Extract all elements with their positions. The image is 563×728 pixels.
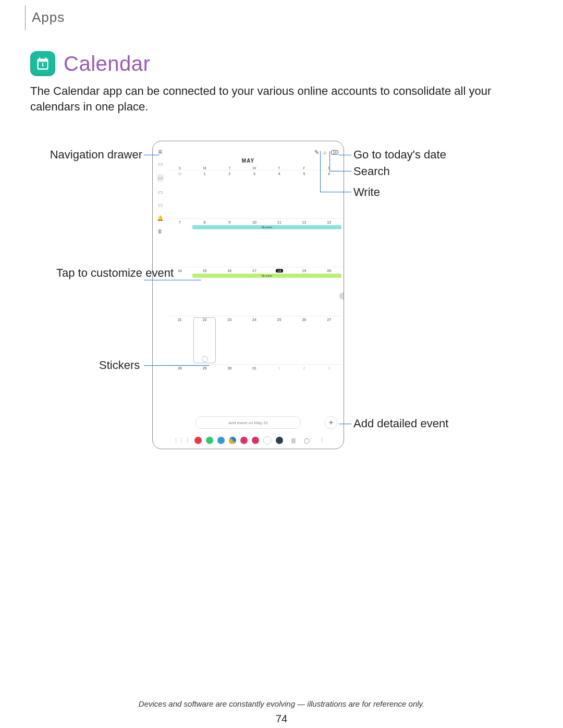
day-cell[interactable]: 31 [242,365,267,413]
day-cell[interactable]: 23 [217,316,242,364]
taskbar-app-icon[interactable] [263,436,272,445]
dow-label: T [217,166,242,170]
section-header: Apps [25,5,65,30]
dow-label: M [192,166,217,170]
footer-note: Devices and software are constantly evol… [0,699,563,708]
callout-search: Search [353,165,390,178]
sidebar-view-icon[interactable]: ▭ [157,174,164,182]
day-cell[interactable]: 21 [167,316,192,364]
day-cell[interactable]: 2 [292,365,317,413]
day-cell[interactable]: 27 [316,316,341,364]
device-screenshot: ≡ ✎ ⌕ 18 MAY ▭ ▭ ▭ ▭ 🔔 🗑 SMTWTFS 3012345… [152,141,344,449]
day-cell[interactable]: 22 [192,316,217,364]
search-icon[interactable]: ⌕ [323,149,327,155]
callout-stickers: Stickers [99,359,140,372]
callout-write: Write [353,186,380,199]
event-bar[interactable]: My event [192,274,341,278]
sidebar-view-icon[interactable]: ▭ [158,189,163,195]
day-cell[interactable]: 7 [167,219,192,267]
callout-today: Go to today's date [353,148,446,162]
day-cell[interactable]: 30 [167,170,192,218]
sticker-icon[interactable] [202,356,208,362]
section-name: Apps [32,9,65,25]
week-row: 21222324252627 [167,316,341,364]
day-cell[interactable]: 30 [217,365,242,413]
sidebar-view-icon[interactable]: ▭ [158,161,163,167]
page-title: Calendar [64,52,150,76]
floating-edit-handle[interactable] [339,292,344,300]
dow-label: F [292,166,317,170]
day-cell[interactable]: 4 [267,170,292,218]
leader-line [329,151,330,171]
dow-row: SMTWTFS [167,166,341,170]
page-title-row: Calendar [30,51,150,76]
intro-paragraph: The Calendar app can be connected to you… [30,83,533,115]
day-cell[interactable]: 5 [292,170,317,218]
page-number: 74 [0,713,563,725]
device-topbar: ≡ ✎ ⌕ 18 [153,146,344,158]
today-icon[interactable]: 18 [331,150,338,155]
dow-label: T [267,166,292,170]
taskbar-app-icon[interactable] [276,437,283,444]
sidebar-reminder-icon[interactable]: 🔔 [157,215,163,221]
add-event-bar[interactable]: Add event on May 22 [195,416,301,429]
taskbar-app-icon[interactable] [240,437,248,444]
callout-customize-event: Tap to customize event [56,266,142,280]
callout-add-detailed: Add detailed event [353,417,448,430]
month-label: MAY [153,158,344,164]
day-cell[interactable]: 24 [242,316,267,364]
day-cell[interactable]: 25 [267,316,292,364]
sidebar-view-icon[interactable]: ▭ [158,202,163,208]
day-cell[interactable]: 1 [192,170,217,218]
add-detailed-event-button[interactable]: ＋ [325,416,337,429]
day-cell[interactable]: 3 [316,365,341,413]
day-cell[interactable]: 26 [292,316,317,364]
dow-label: S [167,166,192,170]
day-cell[interactable]: 1 [267,365,292,413]
day-cell[interactable]: 28 [167,365,192,413]
day-cell[interactable]: 3 [242,170,267,218]
day-cell[interactable]: 2 [217,170,242,218]
add-event-bar-label: Add event on May 22 [228,421,268,425]
taskbar-app-icon[interactable] [252,437,259,444]
leader-line [339,424,351,424]
calendar-app-icon [30,51,55,76]
nav-back-icon[interactable]: 〈 [318,437,323,444]
leader-line [144,365,210,366]
calendar-sidebar: ▭ ▭ ▭ ▭ 🔔 🗑 [155,161,165,234]
callout-nav-drawer: Navigation drawer [47,148,142,162]
taskbar-app-icon[interactable] [206,437,213,444]
today-marker: 18 [276,269,283,273]
leader-line [144,280,201,280]
day-cell[interactable]: 29 [192,365,217,413]
leader-line [144,155,160,155]
dow-label: W [242,166,267,170]
week-row: 14151617181920My event [167,267,341,315]
leader-line [339,155,351,155]
week-row: 28293031123 [167,364,341,413]
apps-icon[interactable]: ⋮⋮⋮ [173,437,190,444]
nav-recent-icon[interactable]: ||| [291,438,296,443]
leader-line [320,151,321,192]
taskbar-app-icon[interactable] [194,437,202,444]
week-row: 30123456 [167,170,341,218]
taskbar-app-icon[interactable] [229,437,236,444]
device-taskbar: ⋮⋮⋮ ||| ◯ 〈 [157,435,339,446]
week-row: 78910111213My event [167,218,341,267]
taskbar-app-icon[interactable] [217,437,225,444]
event-bar[interactable]: My event [192,225,341,229]
calendar-grid: SMTWTFS 3012345678910111213My event14151… [167,166,341,416]
sidebar-trash-icon[interactable]: 🗑 [157,228,163,234]
leader-line [320,192,351,192]
weeks-container: 3012345678910111213My event1415161718192… [167,170,341,413]
nav-home-icon[interactable]: ◯ [304,438,310,443]
write-icon[interactable]: ✎ [314,149,319,156]
leader-line [329,171,351,171]
